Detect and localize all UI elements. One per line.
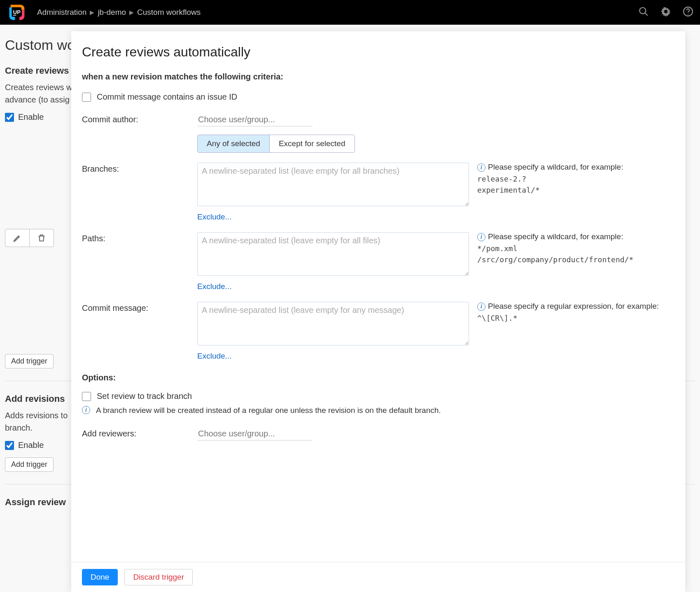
- commit-issue-checkbox-input[interactable]: [82, 93, 91, 102]
- track-branch-info: i A branch review will be created instea…: [82, 406, 674, 415]
- paths-hint: iPlease specify a wildcard, for example:…: [469, 232, 674, 264]
- paths-textarea[interactable]: [197, 232, 469, 276]
- edit-icon-button[interactable]: [5, 229, 30, 247]
- add-trigger-button[interactable]: Add trigger: [5, 354, 54, 368]
- modal-footer: Done Discard trigger: [71, 562, 685, 592]
- delete-icon-button[interactable]: [30, 229, 54, 247]
- branches-hint: iPlease specify a wildcard, for example:…: [469, 163, 674, 194]
- svg-text:UP: UP: [13, 9, 21, 15]
- info-icon: i: [82, 406, 90, 414]
- add-reviewers-label: Add reviewers:: [82, 427, 197, 438]
- segment-except-for-selected[interactable]: Except for selected: [269, 135, 355, 152]
- enable-checkbox-input[interactable]: [5, 113, 14, 122]
- commit-author-label: Commit author:: [82, 113, 197, 124]
- commit-message-exclude-link[interactable]: Exclude...: [197, 352, 231, 361]
- svg-point-3: [639, 7, 646, 14]
- add-reviewers-chooser[interactable]: [197, 427, 313, 441]
- enable-checkbox-input-2[interactable]: [5, 441, 14, 450]
- app-logo[interactable]: UP: [7, 2, 27, 23]
- svg-rect-2: [13, 15, 16, 16]
- svg-line-4: [645, 13, 648, 16]
- breadcrumb: Administration ▶ jb-demo ▶ Custom workfl…: [37, 8, 201, 17]
- branches-label: Branches:: [82, 163, 197, 174]
- segment-any-of-selected[interactable]: Any of selected: [198, 135, 269, 152]
- app-header: UP Administration ▶ jb-demo ▶ Custom wor…: [0, 0, 700, 25]
- track-branch-checkbox[interactable]: Set review to track branch: [82, 392, 674, 401]
- chevron-right-icon: ▶: [129, 9, 134, 16]
- create-reviews-modal: Create reviews automatically when a new …: [71, 31, 685, 592]
- branches-textarea[interactable]: [197, 163, 469, 206]
- info-icon: i: [477, 303, 485, 311]
- branches-exclude-link[interactable]: Exclude...: [197, 212, 231, 221]
- svg-point-7: [688, 14, 688, 14]
- add-trigger-button-2[interactable]: Add trigger: [5, 457, 54, 472]
- modal-title: Create reviews automatically: [82, 44, 674, 60]
- discard-trigger-button[interactable]: Discard trigger: [124, 569, 193, 585]
- chevron-right-icon: ▶: [90, 9, 94, 16]
- breadcrumb-administration[interactable]: Administration: [37, 8, 86, 17]
- modal-subtitle: when a new revision matches the followin…: [82, 72, 674, 82]
- gear-icon[interactable]: [660, 6, 671, 19]
- commit-message-textarea[interactable]: [197, 302, 469, 345]
- paths-label: Paths:: [82, 232, 197, 243]
- info-icon: i: [477, 233, 485, 241]
- done-button[interactable]: Done: [82, 569, 118, 585]
- track-branch-checkbox-input[interactable]: [82, 392, 91, 401]
- author-filter-segmented: Any of selected Except for selected: [197, 135, 355, 153]
- commit-issue-checkbox[interactable]: Commit message contains an issue ID: [82, 92, 674, 102]
- commit-message-hint: iPlease specify a regular expression, fo…: [469, 302, 674, 322]
- info-icon: i: [477, 163, 485, 172]
- svg-point-5: [664, 9, 668, 13]
- search-icon[interactable]: [638, 6, 649, 19]
- help-icon[interactable]: [683, 6, 693, 19]
- commit-message-label: Commit message:: [82, 302, 197, 313]
- paths-exclude-link[interactable]: Exclude...: [197, 282, 231, 291]
- options-title: Options:: [82, 373, 674, 382]
- commit-author-chooser[interactable]: [197, 113, 313, 126]
- breadcrumb-custom-workflows[interactable]: Custom workflows: [137, 8, 201, 17]
- breadcrumb-jb-demo[interactable]: jb-demo: [98, 8, 126, 17]
